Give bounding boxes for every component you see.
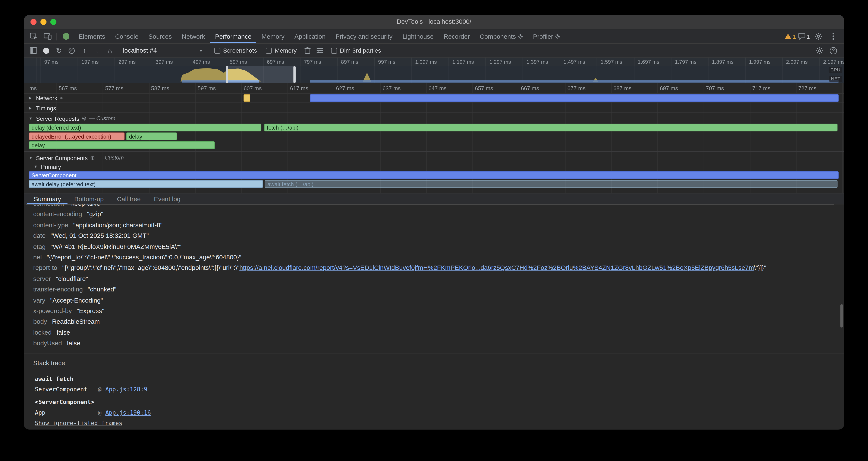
header-row: bodyUsedfalse xyxy=(33,338,844,349)
close-window-button[interactable] xyxy=(31,19,37,25)
track-header-primary[interactable]: ▼ Primary xyxy=(24,162,61,171)
vertical-scrollbar-thumb[interactable] xyxy=(840,304,843,327)
disclosure-triangle-icon[interactable]: ▼ xyxy=(29,116,33,120)
disclosure-triangle-icon[interactable]: ▶ xyxy=(29,95,33,100)
show-ignore-listed-frames-link[interactable]: Show ignore-listed frames xyxy=(35,419,122,426)
warnings-counter[interactable]: 1 xyxy=(784,33,796,39)
tab-lighthouse[interactable]: Lighthouse xyxy=(398,29,439,43)
tab-call-tree[interactable]: Call tree xyxy=(110,194,147,204)
chevron-down-icon: ▼ xyxy=(199,48,203,53)
toggle-sidebar-icon[interactable] xyxy=(27,44,40,56)
warning-icon xyxy=(784,33,792,39)
network-request-bar[interactable] xyxy=(310,94,839,102)
dim-3rd-parties-checkbox[interactable]: Dim 3rd parties xyxy=(331,47,381,54)
settings-gear-icon[interactable] xyxy=(812,30,825,42)
span-delay[interactable]: delay xyxy=(29,141,215,149)
live-metrics-home-icon[interactable]: ⌂ xyxy=(103,44,116,56)
panel-settings-gear-icon[interactable] xyxy=(813,44,826,56)
tab-console[interactable]: Console xyxy=(110,29,144,43)
tab-performance[interactable]: Performance xyxy=(210,29,256,43)
tabbar-icons xyxy=(24,29,73,43)
checkbox-box xyxy=(214,48,220,54)
capture-settings-icon[interactable] xyxy=(314,44,327,56)
device-toolbar-icon[interactable] xyxy=(41,30,54,42)
performance-toolbar: ↻ ↑ ↓ ⌂ localhost #4 ▼ Screenshots Memor… xyxy=(24,44,844,58)
timeline-overview[interactable]: 97 ms 197 ms 297 ms 397 ms 497 ms 597 ms… xyxy=(24,58,844,83)
inspect-element-icon[interactable] xyxy=(27,30,40,42)
track-config-dot[interactable] xyxy=(60,97,62,99)
span-fetch-api[interactable]: fetch (…/api) xyxy=(264,123,837,131)
span-delay[interactable]: delay xyxy=(126,132,177,140)
memory-checkbox[interactable]: Memory xyxy=(266,47,297,54)
divider xyxy=(56,32,57,40)
header-row: connection"keep-alive" xyxy=(33,204,844,209)
tab-application[interactable]: Application xyxy=(289,29,331,43)
header-row: date"Wed, 01 Oct 2025 18:32:01 GMT" xyxy=(33,231,844,241)
span-server-component[interactable]: ServerComponent xyxy=(29,171,839,179)
zoom-window-button[interactable] xyxy=(51,19,57,25)
overview-ruler: 97 ms 197 ms 297 ms 397 ms 497 ms 597 ms… xyxy=(24,58,844,66)
load-profile-icon[interactable]: ↑ xyxy=(78,44,91,56)
record-button[interactable] xyxy=(40,44,53,56)
selection-left-handle[interactable] xyxy=(226,66,228,83)
toolbar-right xyxy=(813,44,844,56)
span-await-fetch[interactable]: await fetch (…/api) xyxy=(265,180,838,188)
header-row: bodyReadableStream xyxy=(33,317,844,327)
minimize-window-button[interactable] xyxy=(40,19,46,25)
tab-network[interactable]: Network xyxy=(177,29,210,43)
history-select[interactable]: localhost #4 ▼ xyxy=(121,46,206,55)
devtools-window: DevTools - localhost:3000/ Elements Cons… xyxy=(24,15,844,430)
tab-sources[interactable]: Sources xyxy=(144,29,177,43)
tab-elements[interactable]: Elements xyxy=(74,29,110,43)
overview-chart[interactable]: CPU NET xyxy=(24,66,844,83)
source-location-link[interactable]: App.js:190:16 xyxy=(105,407,151,418)
track-header-network[interactable]: ▶ Network xyxy=(24,93,62,103)
span-delayed-error[interactable]: delayedError (…ayed exception) xyxy=(29,132,125,140)
kebab-menu-icon[interactable] xyxy=(827,30,840,42)
collect-garbage-icon[interactable] xyxy=(301,44,314,56)
header-row: transfer-encoding"chunked" xyxy=(33,284,844,295)
tab-components[interactable]: Components xyxy=(475,29,528,43)
issues-counter[interactable]: 1 xyxy=(798,33,810,39)
checkbox-box xyxy=(266,48,272,54)
stack-frame-header: await fetch xyxy=(35,373,844,384)
response-headers-list: connection"keep-alive" content-encoding"… xyxy=(24,204,844,349)
track-header-server-requests[interactable]: ▼ Server Requests — Custom xyxy=(24,114,115,123)
divider xyxy=(24,353,844,354)
stack-frame: ServerComponent @ App.js:128:9 xyxy=(35,384,844,395)
tab-bottom-up[interactable]: Bottom-up xyxy=(68,194,111,204)
help-icon[interactable] xyxy=(827,44,840,56)
tab-recorder[interactable]: Recorder xyxy=(439,29,475,43)
track-header-server-components[interactable]: ▼ Server Components — Custom xyxy=(24,153,124,162)
record-and-reload-button[interactable]: ↻ xyxy=(53,44,65,56)
detail-time-ruler: ms 567 ms 577 ms 587 ms 597 ms 607 ms 61… xyxy=(24,83,844,94)
stack-trace-frames: await fetch ServerComponent @ App.js:128… xyxy=(35,373,844,426)
net-strip-label: NET xyxy=(829,76,842,82)
overview-selection-window[interactable] xyxy=(227,66,294,83)
clear-button[interactable] xyxy=(65,44,78,56)
tab-privacy-and-security[interactable]: Privacy and security xyxy=(331,29,398,43)
tab-summary[interactable]: Summary xyxy=(27,194,68,204)
tab-memory[interactable]: Memory xyxy=(256,29,289,43)
tab-event-log[interactable]: Event log xyxy=(147,194,187,204)
span-await-delay[interactable]: await delay (deferred text) xyxy=(29,180,263,188)
header-row: x-powered-by"Express" xyxy=(33,306,844,317)
report-to-url-link[interactable]: https://a.nel.cloudflare.com/report/v4?s… xyxy=(240,264,754,271)
save-profile-icon[interactable]: ↓ xyxy=(91,44,103,56)
node-icon[interactable] xyxy=(60,30,73,42)
extension-badge-icon xyxy=(90,155,95,160)
network-event-bar[interactable] xyxy=(244,94,250,102)
source-location-link[interactable]: App.js:128:9 xyxy=(105,384,147,395)
header-row: content-type"application/json; charset=u… xyxy=(33,220,844,231)
disclosure-triangle-icon[interactable]: ▼ xyxy=(29,156,33,160)
span-delay-deferred-text[interactable]: delay (deferred text) xyxy=(29,123,261,131)
selection-right-handle[interactable] xyxy=(293,66,296,83)
tab-profiler[interactable]: Profiler xyxy=(528,29,565,43)
header-row: lockedfalse xyxy=(33,327,844,338)
track-header-timings[interactable]: ▶ Timings xyxy=(24,103,56,113)
screenshots-checkbox[interactable]: Screenshots xyxy=(214,47,257,54)
disclosure-triangle-icon[interactable]: ▼ xyxy=(34,165,38,169)
cpu-strip-label: CPU xyxy=(829,67,842,73)
stack-frame-header: <ServerComponent> xyxy=(35,397,844,407)
disclosure-triangle-icon[interactable]: ▶ xyxy=(29,106,33,110)
